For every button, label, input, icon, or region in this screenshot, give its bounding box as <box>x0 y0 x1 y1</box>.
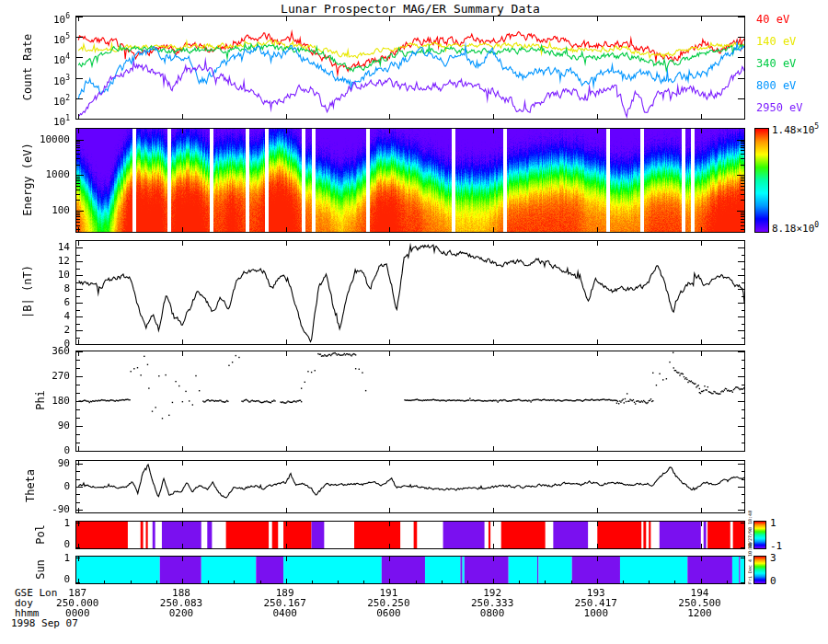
legend-item-800-ev: 800 eV <box>756 79 796 92</box>
chart-canvas-count_rate <box>76 17 744 119</box>
figure-root: Lunar Prospector MAG/ER Summary Data 1.4… <box>0 0 828 644</box>
chart-canvas-bmag <box>76 241 744 344</box>
chart-canvas-energy <box>76 129 744 232</box>
legend-item-340-ev: 340 eV <box>756 57 796 70</box>
chart-canvas-theta <box>76 461 744 512</box>
chart-canvas-pol <box>76 522 744 548</box>
energy-colorbar-max-label: 1.48×105 <box>772 122 819 136</box>
xtick-hhmm-0400: 0400 <box>253 608 317 618</box>
sun-timestamp-annotation: Fri Dec 4 10:48 <box>747 543 753 584</box>
panel-energy <box>75 128 745 233</box>
legend-item-2950-ev: 2950 eV <box>756 101 803 114</box>
panel-phi <box>75 351 745 452</box>
panel-bmag <box>75 240 745 345</box>
ylabel-bmag: |B| (nT) <box>21 236 34 347</box>
xtick-hhmm-0000: 0000 <box>45 608 109 618</box>
legend-item-40-ev: 40 eV <box>756 13 789 26</box>
panel-theta <box>75 460 745 513</box>
plot-title: Lunar Prospector MAG/ER Summary Data <box>75 2 745 16</box>
sun-colorbar-bottom-label: 0 <box>770 575 776 587</box>
pol-colorbar-bottom-label: -1 <box>770 540 782 552</box>
energy-colorbar-min-label: 8.18×100 <box>772 221 819 235</box>
panel-sun <box>75 556 745 584</box>
xtick-hhmm-1000: 1000 <box>564 608 628 618</box>
sun-colorbar <box>753 556 766 584</box>
xtick-hhmm-0800: 0800 <box>460 608 524 618</box>
pol-colorbar <box>753 521 766 549</box>
xtick-hhmm-0200: 0200 <box>149 608 213 618</box>
xtick-hhmm-0600: 0600 <box>356 608 420 618</box>
chart-canvas-sun <box>76 557 744 583</box>
ylabel-count_rate: Count Rate <box>21 12 34 122</box>
sun-colorbar-top-label: 3 <box>770 552 776 564</box>
xtick-hhmm-1200: 1200 <box>668 608 732 618</box>
panel-count_rate <box>75 16 745 120</box>
pol-colorbar-top-label: 1 <box>770 517 776 529</box>
legend-item-140-ev: 140 eV <box>756 35 796 48</box>
chart-canvas-phi <box>76 351 744 451</box>
energy-colorbar <box>754 128 769 233</box>
panel-pol <box>75 521 745 549</box>
ylabel-energy: Energy (eV) <box>21 124 34 235</box>
